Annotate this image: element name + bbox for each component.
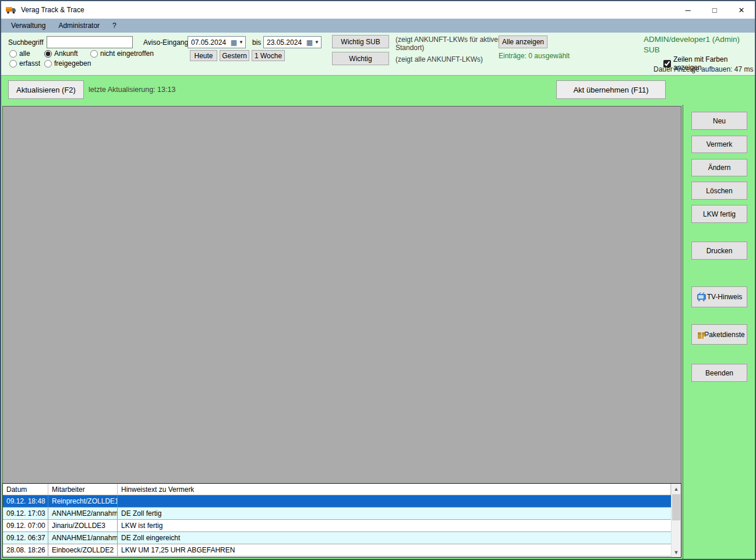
dropdown-icon[interactable]: ▼ <box>315 40 319 45</box>
cell-mitarbeiter: Reinprecht/ZOLLDE1 <box>48 495 118 507</box>
cell-datum: 09.12. 07:00 <box>3 520 48 531</box>
cell-datum: 09.12. 06:37 <box>3 532 48 544</box>
radio-alle-input[interactable] <box>9 50 17 58</box>
maximize-button[interactable]: □ <box>701 1 728 19</box>
menu-administrator[interactable]: Administrator <box>52 20 106 31</box>
menu-help[interactable]: ? <box>106 20 123 31</box>
woche-button[interactable]: 1 Woche <box>252 50 285 61</box>
search-input[interactable] <box>47 36 133 48</box>
filter-panel: Suchbegriff alle Ankunft nicht eingetrof… <box>1 33 755 76</box>
radio-ankunft[interactable]: Ankunft <box>44 49 78 58</box>
tv-icon <box>697 292 707 302</box>
aviso-label: Aviso-Eingang <box>143 38 188 47</box>
column-header-datum[interactable]: Datum <box>3 484 48 495</box>
package-icon <box>697 330 707 339</box>
neu-button[interactable]: Neu <box>691 112 747 130</box>
radio-erfasst-label: erfasst <box>19 59 40 68</box>
title-bar: Verag Track & Trace ─ □ ✕ <box>1 1 755 19</box>
aendern-button[interactable]: Ändern <box>691 159 747 176</box>
radio-nicht-eingetroffen-input[interactable] <box>90 50 98 58</box>
cell-mitarbeiter: Jinariu/ZOLLDE3 <box>48 520 118 531</box>
heute-button[interactable]: Heute <box>190 50 217 61</box>
search-label: Suchbegriff <box>8 38 44 47</box>
menu-bar: Verwaltung Administrator ? <box>1 19 755 33</box>
radio-nicht-eingetroffen-label: nicht eingetroffen <box>100 49 154 58</box>
app-window: Verag Track & Trace ─ □ ✕ Verwaltung Adm… <box>0 0 756 560</box>
cell-datum: 09.12. 18:48 <box>3 495 48 507</box>
radio-alle[interactable]: alle <box>9 49 30 58</box>
current-user: ADMIN/developer1 (Admin) <box>644 34 740 45</box>
takeover-button[interactable]: Akt übernehmen (F11) <box>556 80 666 99</box>
radio-ankunft-input[interactable] <box>44 50 52 58</box>
close-button[interactable]: ✕ <box>728 1 755 19</box>
cell-mitarbeiter: Einboeck/ZOLLDE2 <box>48 544 118 556</box>
radio-erfasst[interactable]: erfasst <box>9 59 40 68</box>
radio-freigegeben[interactable]: freigegeben <box>44 59 91 68</box>
calendar-icon[interactable]: ▦ <box>231 39 237 46</box>
sidebar: Neu Vermerk Ändern Löschen LKW fertig Dr… <box>683 105 755 559</box>
column-header-hinweistext[interactable]: Hinweistext zu Vermerk <box>118 484 671 495</box>
content-area: Datum Mitarbeiter Hinweistext zu Vermerk… <box>1 105 755 559</box>
minimize-button[interactable]: ─ <box>674 1 701 19</box>
paketdienste-button[interactable]: Paketdienste <box>691 324 747 345</box>
tv-hinweis-label: TV-Hinweis <box>707 293 743 301</box>
column-header-mitarbeiter[interactable]: Mitarbeiter <box>48 484 118 495</box>
date-from-picker[interactable]: 07.05.2024 ▦ ▼ <box>188 36 246 48</box>
wichtig-sub-button[interactable]: Wichtig SUB <box>332 35 389 48</box>
wichtig-sub-hint: (zeigt ANKUNFT-LKWs für aktiven Standort… <box>395 36 506 52</box>
radio-alle-label: alle <box>19 49 30 58</box>
log-table-body: Datum Mitarbeiter Hinweistext zu Vermerk… <box>3 484 671 557</box>
refresh-button[interactable]: Aktualisieren (F2) <box>8 80 84 99</box>
log-table: Datum Mitarbeiter Hinweistext zu Vermerk… <box>2 483 681 558</box>
beenden-button[interactable]: Beenden <box>691 364 747 382</box>
scroll-up-icon[interactable]: ▲ <box>672 484 681 494</box>
table-row-selected[interactable]: 09.12. 18:48 Reinprecht/ZOLLDE1 <box>3 495 671 508</box>
tv-hinweis-button[interactable]: TV-Hinweis <box>691 286 747 307</box>
calendar-icon[interactable]: ▦ <box>306 39 313 46</box>
cell-hinweis: LKW ist fertig <box>118 520 671 531</box>
window-title: Verag Track & Trace <box>21 6 84 14</box>
cell-hinweis: DE Zoll fertig <box>118 508 671 519</box>
cell-datum: 09.12. 17:03 <box>3 508 48 519</box>
gestern-button[interactable]: Gestern <box>220 50 249 61</box>
drucken-button[interactable]: Drucken <box>691 242 747 260</box>
entries-status: Einträge: 0 ausgewählt <box>499 52 570 60</box>
radio-nicht-eingetroffen[interactable]: nicht eingetroffen <box>90 49 154 58</box>
cell-hinweis: DE Zoll eingereicht <box>118 532 671 544</box>
loeschen-button[interactable]: Löschen <box>691 182 747 200</box>
date-from-value: 07.05.2024 <box>191 38 231 47</box>
vertical-scrollbar[interactable]: ▲ ▼ <box>671 484 681 557</box>
log-table-header: Datum Mitarbeiter Hinweistext zu Vermerk <box>3 484 671 495</box>
table-row[interactable]: 09.12. 17:03 ANNAHME2/annahme2 DE Zoll f… <box>3 508 671 520</box>
dropdown-icon[interactable]: ▼ <box>239 40 243 45</box>
table-row[interactable]: 28.08. 18:26 Einboeck/ZOLLDE2 LKW UM 17,… <box>3 544 671 557</box>
scrollbar-thumb[interactable] <box>672 494 680 520</box>
lkw-fertig-button[interactable]: LKW fertig <box>691 205 747 223</box>
table-row[interactable]: 09.12. 07:00 Jinariu/ZOLLDE3 LKW ist fer… <box>3 520 671 532</box>
main-grid-empty[interactable] <box>2 106 681 483</box>
vermerk-button[interactable]: Vermerk <box>691 136 747 153</box>
date-to-picker[interactable]: 23.05.2024 ▦ ▼ <box>263 36 322 48</box>
wichtig-button[interactable]: Wichtig <box>332 52 389 65</box>
truck-icon <box>6 6 16 14</box>
last-refresh-text: letzte Aktualisierung: 13:13 <box>89 86 175 94</box>
table-row[interactable]: 09.12. 06:37 ANNAHME1/annahme1 DE Zoll e… <box>3 532 671 544</box>
duration-text: Dauer Anzeige aufbauen: 47 ms <box>653 65 753 73</box>
current-site: SUB <box>644 45 660 55</box>
alle-anzeigen-button[interactable]: Alle anzeigen <box>499 36 547 48</box>
cell-hinweis: LKW UM 17,25 UHR ABGEFAHREN <box>118 544 671 556</box>
cell-datum: 28.08. 18:26 <box>3 544 48 556</box>
radio-freigegeben-input[interactable] <box>44 60 52 68</box>
bis-label: bis <box>252 38 261 47</box>
menu-verwaltung[interactable]: Verwaltung <box>5 20 52 31</box>
scroll-down-icon[interactable]: ▼ <box>672 547 681 557</box>
radio-ankunft-label: Ankunft <box>54 49 78 58</box>
radio-freigegeben-label: freigegeben <box>54 59 91 68</box>
action-bar: Aktualisieren (F2) letzte Aktualisierung… <box>1 76 755 105</box>
paketdienste-label: Paketdienste <box>704 331 744 339</box>
cell-hinweis <box>118 495 671 507</box>
date-to-value: 23.05.2024 <box>267 38 306 47</box>
radio-erfasst-input[interactable] <box>9 60 17 68</box>
cell-mitarbeiter: ANNAHME1/annahme1 <box>48 532 118 544</box>
cell-mitarbeiter: ANNAHME2/annahme2 <box>48 508 118 519</box>
